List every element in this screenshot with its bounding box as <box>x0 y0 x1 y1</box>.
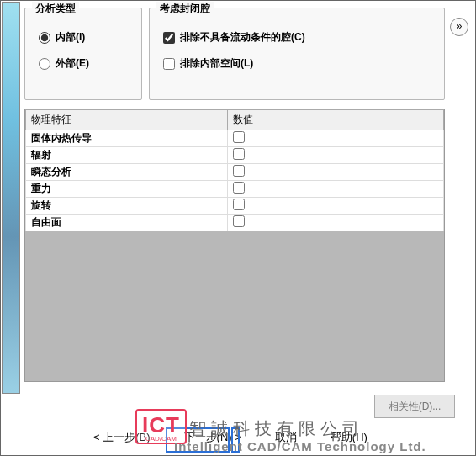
col-header-property[interactable]: 物理特征 <box>26 110 228 130</box>
analysis-type-internal[interactable]: 内部(I) <box>39 30 133 45</box>
property-checkbox[interactable] <box>233 148 245 160</box>
analysis-type-group: 分析类型 内部(I) 外部(E) <box>24 8 142 100</box>
cavity-group: 考虑封闭腔 排除不具备流动条件的腔(C) 排除内部空间(L) <box>149 8 445 100</box>
exclude-no-flow-label: 排除不具备流动条件的腔(C) <box>180 30 305 45</box>
left-preview-strip <box>2 2 20 394</box>
wizard-nav-bar: < 上一步(B) 下一步(N) > 取消 帮助(H) <box>33 425 468 450</box>
radio-external-label: 外部(E) <box>56 56 89 71</box>
next-button[interactable]: 下一步(N) > <box>177 427 248 448</box>
analysis-type-legend: 分析类型 <box>32 2 79 16</box>
property-checkbox[interactable] <box>233 165 245 177</box>
property-value-cell[interactable] <box>228 130 444 147</box>
checkbox-exclude-no-flow[interactable] <box>163 32 175 44</box>
main-content: 分析类型 内部(I) 外部(E) 考虑封闭腔 排除不具备流动条件的腔(C) <box>24 8 445 393</box>
property-name-cell: 旋转 <box>26 198 228 215</box>
properties-table: 物理特征 数值 固体内热传导辐射瞬态分析重力旋转自由面 <box>25 109 444 231</box>
table-row[interactable]: 固体内热传导 <box>26 130 444 147</box>
table-row[interactable]: 辐射 <box>26 147 444 164</box>
radio-internal-label: 内部(I) <box>56 30 85 45</box>
property-checkbox[interactable] <box>233 182 245 194</box>
property-checkbox[interactable] <box>233 131 245 143</box>
property-value-cell[interactable] <box>228 147 444 164</box>
properties-table-container: 物理特征 数值 固体内热传导辐射瞬态分析重力旋转自由面 <box>24 109 445 382</box>
property-value-cell[interactable] <box>228 181 444 198</box>
exclude-internal-space-label: 排除内部空间(L) <box>180 56 253 71</box>
col-header-value[interactable]: 数值 <box>228 110 444 130</box>
table-row[interactable]: 旋转 <box>26 198 444 215</box>
property-value-cell[interactable] <box>228 164 444 181</box>
help-button[interactable]: 帮助(H) <box>324 427 374 448</box>
analysis-type-external[interactable]: 外部(E) <box>39 56 133 71</box>
exclude-internal-space-row[interactable]: 排除内部空间(L) <box>163 56 436 71</box>
expand-panel-button[interactable]: » <box>450 18 468 36</box>
property-name-cell: 固体内热传导 <box>26 130 228 147</box>
cancel-button[interactable]: 取消 <box>268 427 304 448</box>
property-checkbox[interactable] <box>233 199 245 210</box>
table-row[interactable]: 瞬态分析 <box>26 164 444 181</box>
property-name-cell: 重力 <box>26 181 228 198</box>
cavity-legend: 考虑封闭腔 <box>156 2 214 16</box>
property-checkbox[interactable] <box>233 215 245 227</box>
table-row[interactable]: 重力 <box>26 181 444 198</box>
checkbox-exclude-internal-space[interactable] <box>163 58 175 70</box>
property-value-cell[interactable] <box>228 215 444 231</box>
attributes-button[interactable]: 相关性(D)... <box>374 395 455 418</box>
property-name-cell: 辐射 <box>26 147 228 164</box>
property-value-cell[interactable] <box>228 198 444 215</box>
exclude-no-flow-row[interactable]: 排除不具备流动条件的腔(C) <box>163 30 436 45</box>
radio-internal[interactable] <box>39 32 50 44</box>
prev-button[interactable]: < 上一步(B) <box>87 427 157 448</box>
property-name-cell: 自由面 <box>26 215 228 231</box>
table-row[interactable]: 自由面 <box>26 215 444 231</box>
property-name-cell: 瞬态分析 <box>26 164 228 181</box>
radio-external[interactable] <box>39 58 50 70</box>
